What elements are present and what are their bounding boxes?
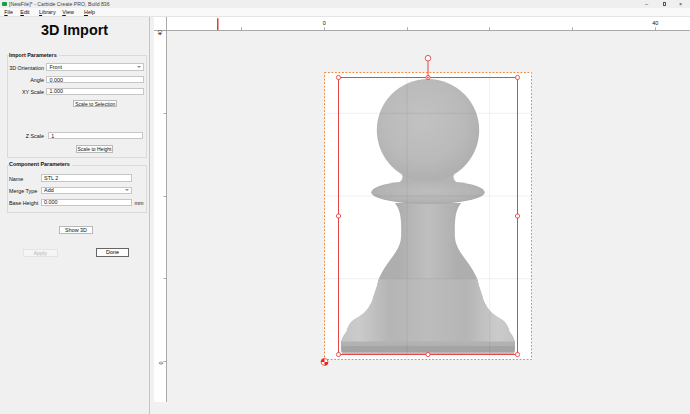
svg-text:40: 40 xyxy=(652,20,658,26)
svg-text:0: 0 xyxy=(158,361,164,364)
svg-text:40: 40 xyxy=(158,30,163,36)
svg-text:0: 0 xyxy=(323,20,326,26)
